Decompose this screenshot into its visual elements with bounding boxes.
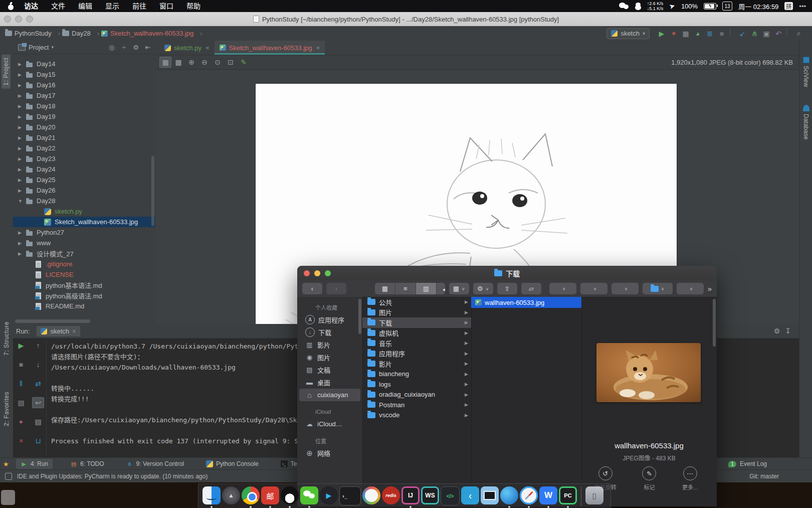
- settings-icon[interactable]: ⚙: [774, 327, 780, 335]
- expand-arrow-icon[interactable]: [18, 178, 26, 183]
- tool-tab-favorites[interactable]: 2: Favorites: [3, 392, 10, 426]
- profile-icon[interactable]: ◕: [692, 28, 704, 39]
- breadcrumb-item[interactable]: Sketch_wallhaven-60533.jpg: [101, 30, 202, 37]
- expand-arrow-icon[interactable]: [18, 125, 26, 130]
- toolbar-overflow-icon[interactable]: »: [708, 284, 712, 293]
- project-vertical-scrollbar[interactable]: [151, 156, 154, 226]
- tree-item[interactable]: README.md: [13, 301, 155, 311]
- folder-row[interactable]: 下载 ▶: [362, 317, 471, 328]
- expand-arrow-icon[interactable]: [18, 188, 26, 193]
- menu-file[interactable]: 文件: [45, 0, 72, 12]
- actual-size-icon[interactable]: ⊙: [212, 57, 224, 68]
- tool-tab-structure[interactable]: 7: Structure: [3, 321, 10, 356]
- column-view-button[interactable]: ▥: [416, 283, 437, 294]
- expand-arrow-icon[interactable]: [18, 146, 26, 151]
- expand-arrow-icon[interactable]: [18, 251, 26, 256]
- dock-safari-icon[interactable]: [520, 486, 538, 504]
- dock-code-editor-icon[interactable]: </>: [441, 486, 460, 505]
- desktop-corner-item[interactable]: [1, 490, 15, 505]
- expand-arrow-icon[interactable]: [18, 167, 26, 172]
- toolbar-extra-dropdown[interactable]: ∨: [677, 283, 704, 294]
- calendar-status-icon[interactable]: 13: [722, 2, 732, 11]
- more-button[interactable]: ⋯更多...: [682, 466, 698, 491]
- gallery-view-button[interactable]: ▬: [437, 283, 445, 294]
- vpn-plane-icon[interactable]: ➤: [668, 2, 676, 11]
- expand-arrow-icon[interactable]: [18, 199, 26, 204]
- pause-output-icon[interactable]: ‖: [15, 378, 27, 389]
- menu-view[interactable]: 显示: [99, 0, 126, 12]
- grid-toggle[interactable]: ▩: [172, 57, 184, 68]
- sidebar-item[interactable]: 桌面: [299, 376, 360, 389]
- folder-row[interactable]: biancheng ▶: [362, 369, 471, 380]
- project-panel-title[interactable]: Project: [29, 44, 49, 51]
- tree-item[interactable]: Day22: [13, 143, 155, 153]
- coverage-icon[interactable]: ▦: [680, 28, 692, 39]
- tree-item[interactable]: Day19: [13, 111, 155, 122]
- zoom-out-icon[interactable]: ⊖: [198, 57, 211, 68]
- share-button[interactable]: ⇧: [497, 283, 517, 294]
- run-icon[interactable]: ▶: [656, 28, 668, 39]
- pycharm-title-bar[interactable]: PythonStudy [~/biancheng/python/PythonSt…: [0, 12, 812, 27]
- tree-item[interactable]: LICENSE: [13, 269, 155, 280]
- locate-icon[interactable]: ◎: [106, 44, 117, 51]
- apple-menu-icon[interactable]: [7, 3, 15, 10]
- dock-qq-icon[interactable]: [281, 486, 299, 504]
- restore-layout-icon[interactable]: ⇄: [32, 378, 44, 389]
- preview-scrollbar[interactable]: [713, 299, 716, 347]
- fit-to-window-icon[interactable]: ⊡: [225, 57, 237, 68]
- folder-row[interactable]: 虚拟机 ▶: [362, 328, 471, 338]
- tree-item[interactable]: Day16: [13, 80, 155, 90]
- input-method-icon[interactable]: 拼: [784, 2, 793, 10]
- separator[interactable]: [730, 28, 734, 37]
- forward-button[interactable]: ›: [326, 283, 346, 294]
- dock-redis-icon[interactable]: redis: [382, 486, 400, 504]
- back-button[interactable]: ‹: [302, 283, 322, 294]
- dock-chrome-icon[interactable]: [242, 486, 260, 504]
- dock-motrix-icon[interactable]: [500, 486, 518, 504]
- close-tab-icon[interactable]: ×: [72, 327, 76, 335]
- toolbar-extra-dropdown[interactable]: ∨: [549, 283, 576, 294]
- collapse-all-icon[interactable]: ÷: [118, 44, 129, 51]
- hide-panel-icon[interactable]: ↧: [785, 327, 791, 335]
- status-message[interactable]: IDE and Plugin Updates: PyCharm is ready…: [17, 473, 208, 480]
- sidebar-item[interactable]: 个人收藏: [299, 301, 360, 313]
- tag-button[interactable]: ▱: [521, 283, 541, 294]
- show-console-icon[interactable]: ▤: [15, 397, 27, 408]
- finder-title-bar[interactable]: 下载: [297, 266, 717, 281]
- down-stack-trace-icon[interactable]: ↓: [32, 359, 44, 370]
- tree-item[interactable]: Day15: [13, 69, 155, 80]
- favorites-star-icon[interactable]: ★: [3, 460, 9, 468]
- dock-vscode-icon[interactable]: ‹: [461, 486, 479, 504]
- stop-icon[interactable]: ■: [716, 28, 728, 39]
- tool-tab-project[interactable]: 1: Project: [2, 55, 11, 89]
- dock-trash-icon[interactable]: ▯: [585, 486, 603, 504]
- dock-wechat-icon[interactable]: [300, 486, 318, 504]
- folder-row[interactable]: Postman ▶: [362, 400, 471, 410]
- dock-finder-icon[interactable]: [202, 486, 221, 504]
- folder-row[interactable]: vscode ▶: [362, 410, 471, 421]
- soft-wrap-icon[interactable]: ↩: [32, 397, 44, 408]
- folder-row[interactable]: 音乐 ▶: [362, 338, 471, 349]
- pin-tab-icon[interactable]: ⌖: [15, 416, 27, 427]
- search-everywhere-icon[interactable]: ⌕: [793, 28, 805, 39]
- chevron-down-icon[interactable]: ▾: [51, 45, 54, 50]
- expand-arrow-icon[interactable]: [18, 104, 26, 109]
- event-log-button[interactable]: 1 Event Log: [728, 460, 812, 467]
- tree-item[interactable]: Day23: [13, 153, 155, 164]
- folder-row[interactable]: 公共 ▶: [362, 297, 471, 307]
- color-picker-icon[interactable]: ✎: [238, 57, 250, 68]
- tree-item[interactable]: Day28: [13, 196, 155, 206]
- editor-tab[interactable]: sketch.py ×: [159, 41, 215, 55]
- network-speed-widget[interactable]: ↑2.6 K/s ↓5.1 K/s: [647, 1, 664, 11]
- tool-tab-database[interactable]: Database: [802, 105, 809, 139]
- dock-iina-icon[interactable]: ▶: [320, 486, 338, 504]
- run-configuration-selector[interactable]: sketch ▾: [606, 28, 650, 39]
- menu-go[interactable]: 前往: [126, 0, 153, 12]
- tree-item[interactable]: Day26: [13, 185, 155, 196]
- sidebar-item[interactable]: 网络: [299, 447, 360, 459]
- expand-arrow-icon[interactable]: [18, 72, 26, 77]
- tool-tab-sciview[interactable]: SciView: [802, 57, 809, 87]
- list-view-button[interactable]: ≡: [395, 283, 416, 294]
- rollback-icon[interactable]: ↶: [772, 28, 784, 39]
- sidebar-item[interactable]: 应用程序: [299, 313, 360, 326]
